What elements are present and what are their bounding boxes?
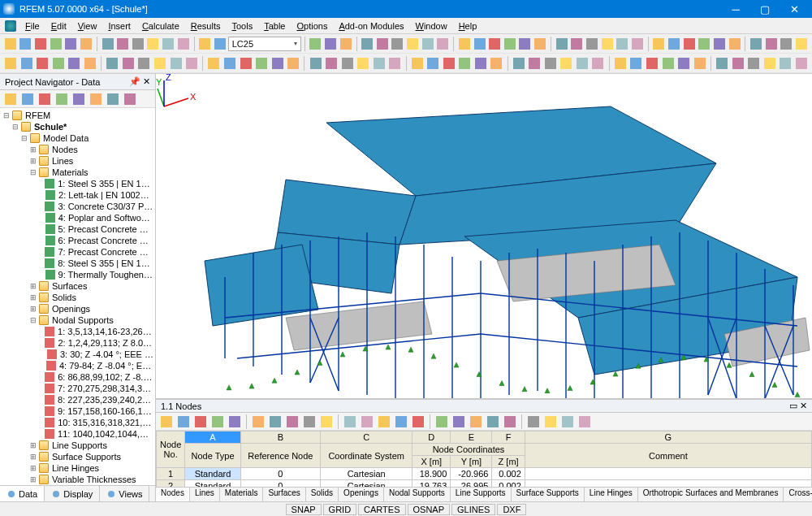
toolbar-button[interactable] bbox=[645, 55, 660, 72]
nav-toolbar-button[interactable] bbox=[37, 91, 53, 107]
table-tab[interactable]: Orthotropic Surfaces and Membranes bbox=[638, 488, 784, 501]
table-toolbar-button[interactable] bbox=[158, 414, 175, 430]
tree-item[interactable]: 6: 86,88,99,102; Z -8.04 °; EEE NNY bbox=[0, 371, 155, 383]
col-letter[interactable]: G bbox=[525, 431, 811, 444]
toolbar-button[interactable] bbox=[309, 36, 323, 52]
table-row[interactable]: 2Standard0Cartesian19.763-26.9950.002 bbox=[157, 480, 812, 488]
toolbar-button[interactable] bbox=[730, 55, 745, 72]
tree-item[interactable]: 7: 270,275,298,314,342,347,349,350, bbox=[0, 383, 155, 394]
toolbar-button[interactable] bbox=[238, 55, 253, 72]
toolbar-button[interactable] bbox=[615, 36, 629, 52]
tree-item[interactable]: 3: Concrete C30/37 Plasstfpt | EN 1 bbox=[0, 201, 155, 212]
toolbar-button[interactable] bbox=[559, 55, 574, 72]
toolbar-button[interactable] bbox=[503, 36, 517, 52]
tree-item[interactable]: 4: Poplar and Softwood Timber C2 bbox=[0, 212, 155, 223]
tree-item[interactable]: 3: 30; Z -4.04 °; EEE NNY bbox=[0, 349, 155, 360]
toolbar-button[interactable] bbox=[746, 55, 762, 72]
table-toolbar-button[interactable] bbox=[284, 414, 300, 430]
tree-item[interactable]: ⊞Nodes bbox=[0, 144, 155, 155]
menu-view[interactable]: View bbox=[72, 20, 103, 33]
table-tab[interactable]: Nodes bbox=[156, 488, 190, 501]
toolbar-button[interactable] bbox=[585, 36, 599, 52]
toolbar-button[interactable] bbox=[136, 55, 152, 72]
table-toolbar-button[interactable] bbox=[175, 414, 192, 430]
toolbar-button[interactable] bbox=[286, 55, 301, 72]
toolbar-button[interactable] bbox=[715, 55, 730, 72]
table-toolbar-button[interactable] bbox=[559, 414, 576, 430]
3d-viewport[interactable]: X Y Z bbox=[156, 74, 812, 399]
toolbar-button[interactable] bbox=[101, 36, 115, 52]
col-letter[interactable]: B bbox=[240, 431, 320, 444]
table-tab[interactable]: Lines bbox=[190, 488, 220, 501]
table-toolbar-button[interactable] bbox=[250, 414, 266, 430]
table-toolbar-button[interactable] bbox=[267, 414, 283, 430]
table-toolbar-button[interactable] bbox=[301, 414, 317, 430]
tree-item[interactable]: ⊟Nodal Supports bbox=[0, 314, 155, 326]
menu-tools[interactable]: Tools bbox=[226, 20, 258, 33]
close-button[interactable]: ✕ bbox=[780, 0, 809, 18]
col-node-no[interactable]: Node No. bbox=[157, 431, 185, 468]
table-toolbar-button[interactable] bbox=[525, 414, 542, 430]
table-tab[interactable]: Openings bbox=[339, 488, 384, 501]
nodes-table[interactable]: Node No.ABCDEFGNode TypeReference NodeCo… bbox=[156, 431, 812, 487]
status-osnap[interactable]: OSNAP bbox=[408, 504, 451, 515]
toolbar-button[interactable] bbox=[391, 36, 405, 52]
toolbar-button[interactable] bbox=[49, 36, 63, 52]
toolbar-button[interactable] bbox=[628, 55, 644, 72]
table-toolbar-button[interactable] bbox=[410, 414, 426, 430]
toolbar-button[interactable] bbox=[749, 36, 763, 52]
table-toolbar-button[interactable] bbox=[192, 414, 209, 430]
col-letter[interactable]: A bbox=[185, 431, 240, 444]
tree-item[interactable]: ⊟RFEM bbox=[0, 110, 155, 121]
toolbar-button[interactable] bbox=[533, 36, 547, 52]
toolbar-button[interactable] bbox=[613, 55, 628, 72]
toolbar-button[interactable] bbox=[339, 36, 353, 52]
toolbar-button[interactable] bbox=[575, 55, 590, 72]
status-dxf[interactable]: DXF bbox=[497, 504, 526, 515]
toolbar-button[interactable] bbox=[667, 36, 681, 52]
toolbar-button[interactable] bbox=[254, 55, 270, 72]
toolbar-button[interactable] bbox=[115, 36, 130, 52]
tree-item[interactable]: ⊞Lines bbox=[0, 155, 155, 167]
toolbar-button[interactable] bbox=[728, 36, 742, 52]
toolbar-button[interactable] bbox=[161, 36, 175, 52]
tree-item[interactable]: ⊞Openings bbox=[0, 303, 155, 314]
tree-item[interactable]: 11: 1040,1042,1044,1046,1048,1050; bbox=[0, 428, 155, 440]
table-toolbar-button[interactable] bbox=[577, 414, 593, 430]
nav-toolbar-button[interactable] bbox=[122, 91, 138, 107]
toolbar-button[interactable] bbox=[712, 36, 727, 52]
status-grid[interactable]: GRID bbox=[323, 504, 357, 515]
toolbar-button[interactable] bbox=[146, 36, 161, 52]
toolbar-button[interactable] bbox=[79, 36, 93, 52]
tree-item[interactable]: 2: 1,2,4,29,113; Z 8.04 °; EEE NNY bbox=[0, 337, 155, 349]
nav-toolbar-button[interactable] bbox=[105, 91, 121, 107]
toolbar-button[interactable] bbox=[168, 55, 184, 72]
toolbar-button[interactable] bbox=[793, 55, 809, 72]
tree-item[interactable]: ⊞Solids bbox=[0, 292, 155, 303]
toolbar-button[interactable] bbox=[590, 55, 606, 72]
toolbar-button[interactable] bbox=[457, 55, 473, 72]
toolbar-button[interactable] bbox=[153, 55, 168, 72]
table-tab[interactable]: Line Hinges bbox=[585, 488, 638, 501]
table-tab[interactable]: Cross-Sections bbox=[784, 488, 812, 501]
toolbar-button[interactable] bbox=[213, 36, 227, 52]
toolbar-button[interactable] bbox=[323, 36, 338, 52]
toolbar-button[interactable] bbox=[33, 36, 48, 52]
tree-item[interactable]: 8: Steel S 355 | EN 10025-2:2004-11 bbox=[0, 258, 155, 269]
toolbar-button[interactable] bbox=[35, 55, 50, 72]
tree-item[interactable]: 9: 157,158,160-166,169,171,172,186, bbox=[0, 405, 155, 417]
toolbar-button[interactable] bbox=[425, 55, 441, 72]
toolbar-button[interactable] bbox=[222, 55, 238, 72]
toolbar-button[interactable] bbox=[67, 55, 82, 72]
tree-item[interactable]: ⊞Surfaces bbox=[0, 280, 155, 292]
toolbar-button[interactable] bbox=[630, 36, 645, 52]
table-toolbar-button[interactable] bbox=[209, 414, 226, 430]
table-tab[interactable]: Materials bbox=[220, 488, 264, 501]
table-tab[interactable]: Line Supports bbox=[451, 488, 512, 501]
toolbar-button[interactable] bbox=[697, 36, 711, 52]
toolbar-button[interactable] bbox=[83, 55, 98, 72]
menu-insert[interactable]: Insert bbox=[102, 20, 136, 33]
nav-tab-display[interactable]: Display bbox=[45, 486, 100, 501]
tree-item[interactable]: 1: Steel S 355 | EN 10025-2:2004-11 bbox=[0, 178, 155, 189]
col-letter[interactable]: D bbox=[412, 431, 451, 444]
